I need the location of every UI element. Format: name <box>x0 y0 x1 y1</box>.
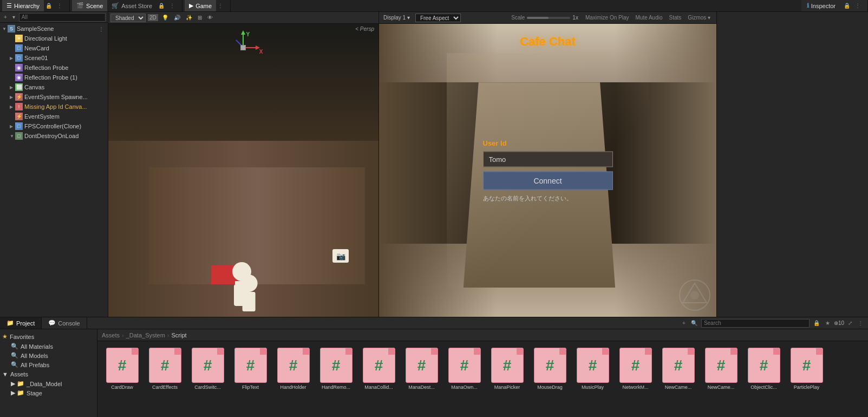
scale-bar[interactable] <box>527 17 570 19</box>
hierarchy-lock-btn[interactable]: 🔒 <box>44 2 54 10</box>
asset-mana-collid[interactable]: ManaCollid... <box>358 346 399 393</box>
asset-icon <box>363 348 395 383</box>
inspector-tab-label: Inspector <box>811 3 836 9</box>
data-model-item[interactable]: ▶ 📁 _Data_Model <box>0 379 97 388</box>
tab-asset-store[interactable]: 🛒 Asset Store <box>107 0 156 11</box>
scene-menu-btn[interactable]: ⋮ <box>168 2 177 10</box>
asset-icon <box>448 348 481 383</box>
connect-button[interactable]: Connect <box>483 171 613 190</box>
tab-scene[interactable]: 🎬 Scene <box>72 0 107 11</box>
asset-label: ManaDest... <box>408 385 435 390</box>
asset-label: HandHolder <box>280 385 306 390</box>
project-menu-btn[interactable]: ⋮ <box>856 319 865 327</box>
breadcrumb-assets[interactable]: Assets <box>102 332 120 338</box>
audio-toggle-btn[interactable]: 🔊 <box>172 14 182 21</box>
hierarchy-search-input[interactable] <box>19 13 106 22</box>
hierarchy-item-scene01[interactable]: ▶ □ Scene01 <box>0 53 108 63</box>
hierarchy-item-dont-destroy[interactable]: ▼ □ DontDestroyOnLoad <box>0 131 108 141</box>
hierarchy-item-missing-app-id[interactable]: ▶ ! Missing App Id Canva... <box>0 102 108 112</box>
hierarchy-add-btn[interactable]: + <box>2 14 9 21</box>
asset-mouse-drag[interactable]: MouseDrag <box>530 346 570 393</box>
hierarchy-item-directional-light[interactable]: ☀ Directional Light <box>0 34 108 43</box>
gizmo-axes: Y X <box>227 32 260 65</box>
asset-music-play[interactable]: MusicPlay <box>572 346 613 393</box>
stats-btn[interactable]: Stats <box>668 14 683 21</box>
tab-game[interactable]: ▶ Game <box>185 0 216 11</box>
assets-breadcrumb: Assets › _Data_System › Script <box>97 329 868 341</box>
light-toggle-btn[interactable]: 💡 <box>160 14 170 21</box>
hierarchy-menu-btn[interactable]: ⋮ <box>55 2 64 10</box>
game-tab-label: Game <box>195 3 212 9</box>
scene-menu-btn[interactable]: ⋮ <box>97 25 106 32</box>
userid-input[interactable] <box>483 151 613 167</box>
breadcrumb-script[interactable]: Script <box>172 332 187 338</box>
asset-card-draw[interactable]: CardDraw <box>102 346 142 393</box>
eventsystem-spawner-label: EventSystem Spawne... <box>24 94 88 100</box>
asset-label: HandRemo... <box>322 385 350 390</box>
asset-mana-picker[interactable]: ManaPicker <box>487 346 527 393</box>
shading-dropdown[interactable]: Shaded <box>110 14 146 22</box>
asset-object-clic[interactable]: ObjectClic... <box>743 346 784 393</box>
assets-section-header[interactable]: ▼ Assets <box>0 369 97 379</box>
tab-hierarchy[interactable]: ☰ Hierarchy <box>2 0 44 11</box>
hierarchy-item-sample-scene[interactable]: ▼ S SampleScene ⋮ <box>0 24 108 34</box>
inspector-menu-btn[interactable]: ⋮ <box>853 2 862 10</box>
project-search-input[interactable] <box>701 319 810 328</box>
hierarchy-item-eventsystem-spawner[interactable]: ▶ ⚡ EventSystem Spawne... <box>0 92 108 102</box>
hierarchy-item-reflection-probe-1[interactable]: ◉ Reflection Probe (1) <box>0 73 108 82</box>
hierarchy-item-new-card[interactable]: □ NewCard <box>0 43 108 53</box>
scene01-label: Scene01 <box>24 55 48 61</box>
all-models-item[interactable]: 🔍 All Models <box>0 351 97 360</box>
asset-flip-text[interactable]: FlipText <box>230 346 271 393</box>
asset-particle-play[interactable]: ParticlePlay <box>786 346 827 393</box>
asset-mana-dest[interactable]: ManaDest... <box>401 346 442 393</box>
gizmos-btn[interactable]: Gizmos ▾ <box>686 14 712 21</box>
minimize-project-btn[interactable]: ⤢ <box>846 319 854 327</box>
asset-label: ParticlePlay <box>794 385 820 390</box>
asset-card-switch[interactable]: CardSwitc... <box>187 346 228 393</box>
tab-console[interactable]: 💬 Console <box>42 317 87 329</box>
all-materials-item[interactable]: 🔍 All Materials <box>0 342 97 351</box>
scene-tab-label: Scene <box>86 3 103 9</box>
add-asset-btn[interactable]: + <box>681 319 687 327</box>
asset-new-came-2[interactable]: NewCame... <box>701 346 741 393</box>
asset-hand-holder[interactable]: HandHolder <box>273 346 314 393</box>
asset-hand-remo[interactable]: HandRemo... <box>316 346 356 393</box>
search-icon-btn[interactable]: 🔍 <box>689 319 699 327</box>
inspector-lock-btn[interactable]: 🔒 <box>842 2 852 10</box>
hierarchy-dropdown-btn[interactable]: ▾ <box>11 14 17 21</box>
stage-item[interactable]: ▶ 📁 Stage <box>0 388 97 398</box>
game-menu-btn[interactable]: ⋮ <box>216 2 225 10</box>
aspect-dropdown[interactable]: Free Aspect <box>415 14 461 22</box>
asset-network-m[interactable]: NetworkM... <box>615 346 656 393</box>
hierarchy-item-fps-controller[interactable]: ▶ □ FPSController(Clone) <box>0 121 108 131</box>
char2-head <box>240 275 257 292</box>
favorites-section-header[interactable]: ★ Favorites <box>0 331 97 342</box>
hidden-objects-btn[interactable]: 👁 <box>206 14 214 21</box>
asset-mana-own[interactable]: ManaOwn... <box>444 346 485 393</box>
game-display-btn[interactable]: Display 1 ▾ <box>381 14 412 21</box>
hierarchy-item-reflection-probe[interactable]: ◉ Reflection Probe <box>0 63 108 73</box>
lock-project-btn[interactable]: 🔒 <box>812 319 821 327</box>
mute-audio-btn[interactable]: Mute Audio <box>634 14 664 21</box>
bottom-tab-controls: + 🔍 🔒 ★ ⊕10 ⤢ ⋮ <box>681 317 868 329</box>
scene-lock-btn[interactable]: 🔒 <box>156 2 166 10</box>
fx-toggle-btn[interactable]: ✨ <box>184 14 194 21</box>
bookmark-btn[interactable]: ★ <box>824 319 832 327</box>
scene-gizmos-btn[interactable]: ⊞ <box>196 14 204 21</box>
asset-card-effects[interactable]: CardEffects <box>145 346 185 393</box>
maximize-on-play-btn[interactable]: Maximize On Play <box>584 14 631 21</box>
tab-project[interactable]: 📁 Project <box>0 317 42 329</box>
game-tab-group: ▶ Game ⋮ <box>182 0 231 11</box>
hierarchy-item-canvas[interactable]: ▶ ⬜ Canvas <box>0 82 108 92</box>
expand-arrow: ▼ <box>10 134 15 139</box>
breadcrumb-data-system[interactable]: _Data_System <box>126 332 165 338</box>
2d-mode-btn[interactable]: 2D <box>148 14 158 21</box>
all-prefabs-item[interactable]: 🔍 All Prefabs <box>0 360 97 369</box>
scene-tab-group: 🎬 Scene 🛒 Asset Store 🔒 ⋮ <box>70 0 182 11</box>
icon-corner <box>260 348 266 355</box>
game-scale-area: Scale 1x <box>511 15 578 21</box>
hierarchy-item-eventsystem[interactable]: ⚡ EventSystem <box>0 112 108 121</box>
project-tab-label: Project <box>16 320 35 327</box>
asset-new-came-1[interactable]: NewCame... <box>658 346 699 393</box>
